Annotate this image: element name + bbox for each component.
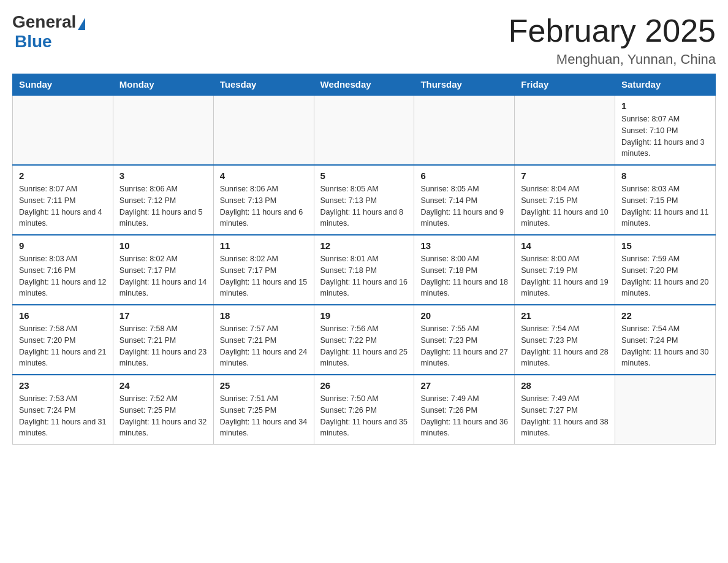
day-number: 8 <box>621 170 709 181</box>
calendar-title: February 2025 <box>509 12 716 49</box>
day-info: Sunrise: 7:56 AMSunset: 7:22 PMDaylight:… <box>320 323 408 369</box>
table-row: 20Sunrise: 7:55 AMSunset: 7:23 PMDayligh… <box>414 305 515 375</box>
col-thursday: Thursday <box>414 74 515 96</box>
day-number: 20 <box>420 310 508 321</box>
day-number: 11 <box>220 240 308 251</box>
day-number: 21 <box>521 310 609 321</box>
table-row: 8Sunrise: 8:03 AMSunset: 7:15 PMDaylight… <box>615 165 716 235</box>
col-tuesday: Tuesday <box>213 74 314 96</box>
table-row: 14Sunrise: 8:00 AMSunset: 7:19 PMDayligh… <box>515 235 615 305</box>
table-row: 26Sunrise: 7:50 AMSunset: 7:26 PMDayligh… <box>314 375 414 445</box>
day-number: 25 <box>220 380 308 391</box>
day-info: Sunrise: 7:54 AMSunset: 7:24 PMDaylight:… <box>621 323 709 369</box>
day-number: 24 <box>119 380 207 391</box>
table-row <box>314 95 414 165</box>
logo-blue-text: Blue <box>15 32 52 51</box>
day-number: 3 <box>119 170 207 181</box>
day-number: 16 <box>19 310 107 321</box>
table-row: 25Sunrise: 7:51 AMSunset: 7:25 PMDayligh… <box>213 375 314 445</box>
day-number: 15 <box>621 240 709 251</box>
calendar-week-row: 2Sunrise: 8:07 AMSunset: 7:11 PMDaylight… <box>13 165 716 235</box>
calendar-week-row: 9Sunrise: 8:03 AMSunset: 7:16 PMDaylight… <box>13 235 716 305</box>
table-row <box>515 95 615 165</box>
table-row: 9Sunrise: 8:03 AMSunset: 7:16 PMDaylight… <box>13 235 113 305</box>
day-number: 23 <box>19 380 107 391</box>
calendar-week-row: 1Sunrise: 8:07 AMSunset: 7:10 PMDaylight… <box>13 95 716 165</box>
day-info: Sunrise: 8:01 AMSunset: 7:18 PMDaylight:… <box>320 253 408 299</box>
col-saturday: Saturday <box>615 74 716 96</box>
table-row: 19Sunrise: 7:56 AMSunset: 7:22 PMDayligh… <box>314 305 414 375</box>
table-row: 22Sunrise: 7:54 AMSunset: 7:24 PMDayligh… <box>615 305 716 375</box>
table-row: 3Sunrise: 8:06 AMSunset: 7:12 PMDaylight… <box>113 165 213 235</box>
day-number: 19 <box>320 310 408 321</box>
table-row: 12Sunrise: 8:01 AMSunset: 7:18 PMDayligh… <box>314 235 414 305</box>
day-number: 18 <box>220 310 308 321</box>
table-row <box>414 95 515 165</box>
calendar-header-row: Sunday Monday Tuesday Wednesday Thursday… <box>13 74 716 96</box>
table-row: 1Sunrise: 8:07 AMSunset: 7:10 PMDaylight… <box>615 95 716 165</box>
day-number: 9 <box>19 240 107 251</box>
day-info: Sunrise: 7:53 AMSunset: 7:24 PMDaylight:… <box>19 393 107 439</box>
day-number: 4 <box>220 170 308 181</box>
table-row: 5Sunrise: 8:05 AMSunset: 7:13 PMDaylight… <box>314 165 414 235</box>
table-row: 27Sunrise: 7:49 AMSunset: 7:26 PMDayligh… <box>414 375 515 445</box>
table-row: 28Sunrise: 7:49 AMSunset: 7:27 PMDayligh… <box>515 375 615 445</box>
day-info: Sunrise: 7:49 AMSunset: 7:27 PMDaylight:… <box>521 393 609 439</box>
col-wednesday: Wednesday <box>314 74 414 96</box>
day-info: Sunrise: 8:06 AMSunset: 7:13 PMDaylight:… <box>220 183 308 229</box>
table-row: 11Sunrise: 8:02 AMSunset: 7:17 PMDayligh… <box>213 235 314 305</box>
table-row: 2Sunrise: 8:07 AMSunset: 7:11 PMDaylight… <box>13 165 113 235</box>
table-row: 6Sunrise: 8:05 AMSunset: 7:14 PMDaylight… <box>414 165 515 235</box>
day-info: Sunrise: 8:07 AMSunset: 7:11 PMDaylight:… <box>19 183 107 229</box>
day-info: Sunrise: 8:07 AMSunset: 7:10 PMDaylight:… <box>621 113 709 159</box>
day-info: Sunrise: 7:50 AMSunset: 7:26 PMDaylight:… <box>320 393 408 439</box>
title-block: February 2025 Menghuan, Yunnan, China <box>509 12 716 67</box>
day-info: Sunrise: 7:58 AMSunset: 7:20 PMDaylight:… <box>19 323 107 369</box>
col-monday: Monday <box>113 74 213 96</box>
table-row: 7Sunrise: 8:04 AMSunset: 7:15 PMDaylight… <box>515 165 615 235</box>
table-row <box>615 375 716 445</box>
table-row: 24Sunrise: 7:52 AMSunset: 7:25 PMDayligh… <box>113 375 213 445</box>
day-number: 28 <box>521 380 609 391</box>
day-info: Sunrise: 8:00 AMSunset: 7:18 PMDaylight:… <box>420 253 508 299</box>
col-sunday: Sunday <box>13 74 113 96</box>
table-row: 18Sunrise: 7:57 AMSunset: 7:21 PMDayligh… <box>213 305 314 375</box>
table-row: 23Sunrise: 7:53 AMSunset: 7:24 PMDayligh… <box>13 375 113 445</box>
page-header: General Blue February 2025 Menghuan, Yun… <box>12 12 716 67</box>
day-number: 6 <box>420 170 508 181</box>
day-number: 2 <box>19 170 107 181</box>
calendar-table: Sunday Monday Tuesday Wednesday Thursday… <box>12 74 716 445</box>
day-info: Sunrise: 7:58 AMSunset: 7:21 PMDaylight:… <box>119 323 207 369</box>
calendar-week-row: 16Sunrise: 7:58 AMSunset: 7:20 PMDayligh… <box>13 305 716 375</box>
table-row: 16Sunrise: 7:58 AMSunset: 7:20 PMDayligh… <box>13 305 113 375</box>
table-row: 13Sunrise: 8:00 AMSunset: 7:18 PMDayligh… <box>414 235 515 305</box>
logo-general-text: General <box>12 12 76 32</box>
day-info: Sunrise: 8:03 AMSunset: 7:16 PMDaylight:… <box>19 253 107 299</box>
table-row: 4Sunrise: 8:06 AMSunset: 7:13 PMDaylight… <box>213 165 314 235</box>
day-info: Sunrise: 8:02 AMSunset: 7:17 PMDaylight:… <box>119 253 207 299</box>
day-info: Sunrise: 7:57 AMSunset: 7:21 PMDaylight:… <box>220 323 308 369</box>
day-info: Sunrise: 8:03 AMSunset: 7:15 PMDaylight:… <box>621 183 709 229</box>
day-number: 13 <box>420 240 508 251</box>
table-row <box>213 95 314 165</box>
day-number: 5 <box>320 170 408 181</box>
day-info: Sunrise: 7:59 AMSunset: 7:20 PMDaylight:… <box>621 253 709 299</box>
calendar-location: Menghuan, Yunnan, China <box>509 52 716 67</box>
day-info: Sunrise: 7:54 AMSunset: 7:23 PMDaylight:… <box>521 323 609 369</box>
day-info: Sunrise: 7:52 AMSunset: 7:25 PMDaylight:… <box>119 393 207 439</box>
day-info: Sunrise: 8:05 AMSunset: 7:14 PMDaylight:… <box>420 183 508 229</box>
table-row: 17Sunrise: 7:58 AMSunset: 7:21 PMDayligh… <box>113 305 213 375</box>
table-row: 10Sunrise: 8:02 AMSunset: 7:17 PMDayligh… <box>113 235 213 305</box>
table-row: 21Sunrise: 7:54 AMSunset: 7:23 PMDayligh… <box>515 305 615 375</box>
table-row <box>113 95 213 165</box>
day-number: 17 <box>119 310 207 321</box>
day-number: 12 <box>320 240 408 251</box>
col-friday: Friday <box>515 74 615 96</box>
day-info: Sunrise: 7:49 AMSunset: 7:26 PMDaylight:… <box>420 393 508 439</box>
table-row: 15Sunrise: 7:59 AMSunset: 7:20 PMDayligh… <box>615 235 716 305</box>
logo: General Blue <box>12 12 85 52</box>
day-info: Sunrise: 8:05 AMSunset: 7:13 PMDaylight:… <box>320 183 408 229</box>
day-number: 27 <box>420 380 508 391</box>
day-number: 7 <box>521 170 609 181</box>
day-info: Sunrise: 8:00 AMSunset: 7:19 PMDaylight:… <box>521 253 609 299</box>
